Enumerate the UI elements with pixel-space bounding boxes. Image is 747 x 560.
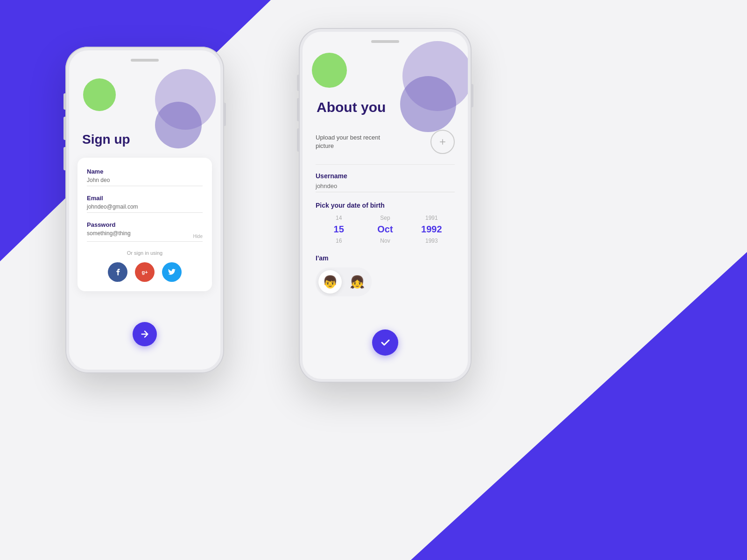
name-field: Name John deo	[87, 168, 203, 186]
upload-picture-button[interactable]	[430, 130, 455, 154]
facebook-login-button[interactable]	[108, 262, 127, 282]
day-column: 14 15 16	[316, 215, 362, 244]
upload-label: Upload your best recent picture	[316, 133, 381, 150]
email-label: Email	[87, 195, 203, 202]
power-button	[471, 84, 473, 107]
silent-button	[63, 147, 66, 170]
name-value[interactable]: John deo	[87, 177, 203, 186]
purple-blob-dark	[400, 76, 456, 132]
green-blob	[83, 78, 116, 111]
arrow-right-icon	[140, 329, 150, 339]
green-blob	[312, 53, 347, 88]
month-current[interactable]: Oct	[377, 224, 393, 235]
power-button	[224, 103, 226, 126]
purple-blob-dark	[155, 102, 202, 148]
confirm-button[interactable]	[372, 329, 398, 356]
month-column: Sep Oct Nov	[362, 215, 408, 244]
checkmark-icon	[380, 337, 391, 348]
day-current[interactable]: 15	[334, 224, 344, 235]
year-next[interactable]: 1993	[425, 238, 438, 244]
username-value[interactable]: johndeo	[316, 182, 455, 192]
googleplus-login-button[interactable]: g+	[135, 262, 155, 282]
volume-up-button	[63, 93, 66, 110]
next-button[interactable]	[133, 322, 157, 346]
volume-down-button	[63, 117, 66, 140]
dob-label: Pick your date of birth	[316, 202, 455, 209]
email-field: Email johndeo@gmail.com	[87, 195, 203, 213]
hide-button[interactable]: Hide	[193, 234, 203, 239]
signup-screen: Sign up Name John deo Email johndeo@gmai…	[69, 50, 220, 370]
signup-form-card: Name John deo Email johndeo@gmail.com Pa…	[78, 158, 212, 291]
day-next[interactable]: 16	[336, 238, 342, 244]
social-login-options: g+	[87, 262, 203, 282]
plus-icon	[438, 138, 447, 146]
speaker	[371, 40, 399, 43]
month-prev[interactable]: Sep	[380, 215, 390, 221]
gender-toggle: 👦 👧	[316, 267, 372, 296]
password-value[interactable]: something@thing	[87, 230, 131, 239]
year-prev[interactable]: 1991	[425, 215, 438, 221]
divider	[316, 164, 455, 165]
upload-picture-row: Upload your best recent picture	[316, 130, 455, 154]
about-title: About you	[317, 99, 386, 115]
year-current[interactable]: 1992	[421, 224, 442, 235]
googleplus-icon: g+	[141, 269, 148, 275]
phone-signup: Sign up Name John deo Email johndeo@gmai…	[65, 47, 224, 373]
year-column: 1991 1992 1993	[409, 215, 455, 244]
volume-up-button	[297, 75, 299, 91]
phone-about: About you Upload your best recent pictur…	[299, 28, 472, 383]
male-emoji: 👦	[323, 275, 338, 289]
date-picker: 14 15 16 Sep Oct Nov 1991	[316, 215, 455, 244]
or-divider-text: Or sign in using	[87, 250, 203, 256]
twitter-login-button[interactable]	[162, 262, 182, 282]
email-value[interactable]: johndeo@gmail.com	[87, 203, 203, 213]
password-field: Password something@thing Hide	[87, 221, 203, 242]
about-screen: About you Upload your best recent pictur…	[303, 32, 468, 379]
gender-label: I'am	[316, 254, 455, 262]
password-label: Password	[87, 221, 203, 228]
gender-male-option[interactable]: 👦	[318, 270, 342, 294]
gender-female-option[interactable]: 👧	[345, 270, 369, 294]
volume-down-button	[297, 98, 299, 121]
silent-button	[297, 128, 299, 152]
speaker	[131, 59, 159, 62]
about-body: Upload your best recent picture Username…	[303, 130, 468, 296]
month-next[interactable]: Nov	[380, 238, 390, 244]
day-prev[interactable]: 14	[336, 215, 342, 221]
female-emoji: 👧	[350, 275, 365, 289]
name-label: Name	[87, 168, 203, 175]
username-label: Username	[316, 172, 455, 180]
signup-title: Sign up	[82, 132, 130, 147]
